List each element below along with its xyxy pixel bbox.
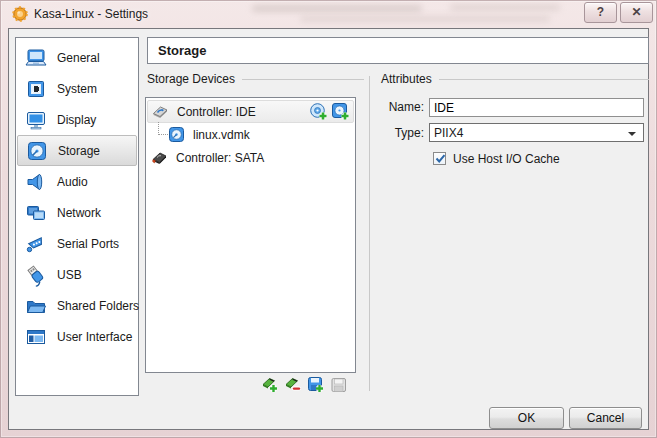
use-host-io-cache-checkbox[interactable] bbox=[433, 152, 446, 165]
serial-ports-icon bbox=[24, 232, 48, 256]
storage-icon bbox=[25, 139, 49, 163]
sidebar-item-general[interactable]: General bbox=[17, 42, 137, 73]
name-input[interactable] bbox=[429, 98, 644, 117]
storage-tree-toolbar bbox=[261, 376, 348, 394]
dialog-window: Kasa-Linux - Settings ? ✕ General bbox=[0, 0, 657, 438]
sidebar-item-display[interactable]: Display bbox=[17, 104, 137, 135]
background-blur bbox=[300, 16, 550, 22]
remove-controller-icon[interactable] bbox=[284, 376, 302, 394]
usb-icon bbox=[24, 263, 48, 287]
add-optical-drive-icon[interactable] bbox=[309, 102, 329, 122]
shared-folders-icon bbox=[24, 294, 48, 318]
sidebar-item-serial-ports[interactable]: Serial Ports bbox=[17, 228, 137, 259]
tree-item-linux-vdmk[interactable]: linux.vdmk bbox=[147, 123, 354, 146]
storage-devices-tree: Controller: IDE bbox=[145, 97, 356, 373]
sidebar-item-label: Network bbox=[57, 206, 101, 220]
title-bar[interactable]: Kasa-Linux - Settings ? ✕ bbox=[0, 0, 657, 28]
name-label: Name: bbox=[361, 100, 424, 114]
page-title: Storage bbox=[148, 38, 648, 63]
sidebar-item-label: System bbox=[57, 82, 97, 96]
audio-icon bbox=[24, 170, 48, 194]
general-icon bbox=[24, 46, 48, 70]
attributes-group-label: Attributes bbox=[381, 73, 649, 85]
virtualbox-settings-gear-icon bbox=[12, 6, 28, 22]
sidebar-item-user-interface[interactable]: User Interface bbox=[17, 321, 137, 352]
group-rule bbox=[242, 79, 364, 80]
storage-devices-group-text: Storage Devices bbox=[147, 72, 235, 86]
attributes-group-text: Attributes bbox=[381, 72, 432, 86]
sidebar-item-usb[interactable]: USB bbox=[17, 259, 137, 290]
hard-disk-icon bbox=[168, 126, 185, 143]
tree-item-label: Controller: SATA bbox=[176, 151, 264, 165]
cancel-button[interactable]: Cancel bbox=[569, 407, 642, 429]
sidebar-item-system[interactable]: System bbox=[17, 73, 137, 104]
tree-item-controller-ide[interactable]: Controller: IDE bbox=[147, 100, 354, 123]
type-label: Type: bbox=[361, 126, 424, 140]
sidebar-item-shared-folders[interactable]: Shared Folders bbox=[17, 290, 137, 321]
sidebar-item-audio[interactable]: Audio bbox=[17, 166, 137, 197]
storage-devices-group-label: Storage Devices bbox=[147, 73, 364, 85]
sidebar-item-label: Display bbox=[57, 113, 96, 127]
sidebar-item-storage[interactable]: Storage bbox=[17, 135, 137, 166]
add-hard-disk-icon[interactable] bbox=[331, 102, 351, 122]
display-icon bbox=[24, 108, 48, 132]
tree-item-label: Controller: IDE bbox=[177, 105, 256, 119]
settings-category-list: General System Display bbox=[15, 37, 139, 396]
tree-item-controller-sata[interactable]: Controller: SATA bbox=[147, 146, 354, 169]
add-controller-icon[interactable] bbox=[261, 376, 279, 394]
ok-button[interactable]: OK bbox=[489, 407, 564, 429]
background-blur bbox=[252, 5, 422, 12]
sidebar-item-label: Serial Ports bbox=[57, 237, 119, 251]
user-interface-icon bbox=[24, 325, 48, 349]
check-icon bbox=[434, 152, 447, 165]
sata-controller-icon bbox=[151, 149, 168, 166]
group-rule bbox=[439, 79, 649, 80]
chevron-down-icon bbox=[628, 132, 636, 136]
settings-dialog-body: General System Display bbox=[8, 28, 649, 430]
sidebar-item-label: Storage bbox=[58, 144, 100, 158]
sidebar-item-label: USB bbox=[57, 268, 82, 282]
background-blur bbox=[450, 4, 560, 11]
type-select-value: PIIX4 bbox=[434, 126, 463, 140]
ide-controller-icon bbox=[152, 103, 169, 120]
window-title: Kasa-Linux - Settings bbox=[34, 7, 148, 21]
sidebar-item-label: Shared Folders bbox=[57, 299, 139, 313]
type-select[interactable]: PIIX4 bbox=[429, 123, 644, 142]
sidebar-item-label: Audio bbox=[57, 175, 88, 189]
sidebar-item-network[interactable]: Network bbox=[17, 197, 137, 228]
column-separator bbox=[369, 76, 370, 391]
network-icon bbox=[24, 201, 48, 225]
help-button[interactable]: ? bbox=[584, 2, 617, 23]
page-header: Storage bbox=[147, 37, 649, 64]
remove-attachment-icon[interactable] bbox=[330, 376, 348, 394]
add-attachment-icon[interactable] bbox=[307, 376, 325, 394]
tree-item-label: linux.vdmk bbox=[193, 128, 250, 142]
sidebar-item-label: General bbox=[57, 51, 100, 65]
sidebar-item-label: User Interface bbox=[57, 330, 132, 344]
use-host-io-cache-label: Use Host I/O Cache bbox=[453, 152, 560, 166]
system-icon bbox=[24, 77, 48, 101]
close-button[interactable]: ✕ bbox=[620, 2, 653, 23]
